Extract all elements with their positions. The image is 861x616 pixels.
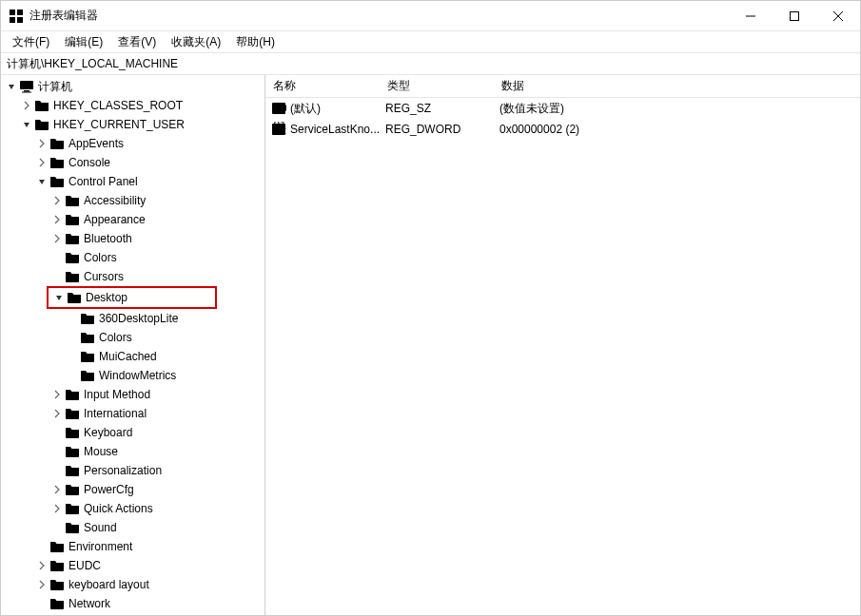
- folder-icon: [80, 330, 95, 345]
- menu-help[interactable]: 帮助(H): [228, 32, 283, 52]
- tree-node-keyboardlayout[interactable]: keyboard layout: [1, 575, 264, 594]
- chevron-down-icon[interactable]: [35, 175, 49, 188]
- close-button[interactable]: [816, 1, 860, 30]
- menu-edit[interactable]: 编辑(E): [57, 32, 110, 52]
- tree-node-hkcr[interactable]: HKEY_CLASSES_ROOT: [1, 96, 264, 115]
- tree-node-accessibility[interactable]: Accessibility: [1, 191, 264, 210]
- list-row[interactable]: (默认) REG_SZ (数值未设置): [265, 98, 860, 119]
- tree-label: Keyboard: [84, 426, 132, 439]
- folder-icon: [49, 155, 65, 170]
- tree-label: EUDC: [68, 559, 101, 572]
- tree-label: MuiCached: [99, 350, 157, 363]
- folder-icon: [65, 444, 80, 459]
- tree-node-hkcu[interactable]: HKEY_CURRENT_USER AppEvents: [1, 115, 264, 615]
- main-split: 计算机 HKEY_CLASSES_ROOT: [1, 75, 860, 615]
- folder-icon: [65, 463, 80, 478]
- chevron-right-icon[interactable]: [50, 388, 64, 401]
- tree-node-computer[interactable]: 计算机 HKEY_CLASSES_ROOT: [1, 77, 264, 615]
- chevron-right-icon[interactable]: [20, 99, 33, 112]
- folder-icon: [65, 212, 80, 227]
- tree-label: PowerCfg: [84, 483, 134, 496]
- tree-node-bluetooth[interactable]: Bluetooth: [1, 229, 264, 248]
- menu-view[interactable]: 查看(V): [110, 32, 164, 52]
- tree-node-international[interactable]: International: [1, 404, 264, 423]
- tree-node-network[interactable]: Network: [1, 594, 264, 613]
- folder-icon: [34, 98, 49, 113]
- tree-node-inputmethod[interactable]: Input Method: [1, 385, 264, 404]
- expander-empty: [35, 540, 49, 553]
- folder-icon: [65, 269, 80, 284]
- list-header: 名称 类型 数据: [265, 75, 860, 98]
- tree-label: Environment: [68, 540, 132, 553]
- tree-node-controlpanel[interactable]: Control Panel Accessibility: [1, 172, 264, 537]
- maximize-button[interactable]: [773, 1, 816, 30]
- expander-empty: [50, 464, 64, 477]
- column-header-name[interactable]: 名称: [265, 75, 380, 97]
- chevron-down-icon[interactable]: [52, 291, 66, 304]
- tree-label: Network: [68, 597, 110, 610]
- tree-node-windowmetrics[interactable]: WindowMetrics: [1, 366, 264, 385]
- chevron-right-icon[interactable]: [50, 232, 64, 245]
- tree-node-mouse[interactable]: Mouse: [1, 442, 264, 461]
- folder-icon: [80, 311, 95, 326]
- folder-icon: [34, 117, 49, 132]
- list-pane[interactable]: 名称 类型 数据 (默认) REG_SZ (数值未设置) ServiceLast…: [265, 75, 860, 615]
- chevron-down-icon[interactable]: [20, 118, 33, 131]
- tree-node-desktop-colors[interactable]: Colors: [1, 328, 264, 347]
- tree-label: Quick Actions: [84, 502, 153, 515]
- menubar: 文件(F) 编辑(E) 查看(V) 收藏夹(A) 帮助(H): [1, 31, 860, 52]
- tree-node-desktop-highlighted[interactable]: Desktop: [47, 286, 217, 309]
- chevron-down-icon[interactable]: [5, 80, 18, 93]
- chevron-right-icon[interactable]: [50, 502, 64, 515]
- tree-node-powercfg[interactable]: PowerCfg: [1, 480, 264, 499]
- chevron-right-icon[interactable]: [50, 213, 64, 226]
- expander-empty: [50, 426, 64, 439]
- tree-node-environment[interactable]: Environment: [1, 537, 264, 556]
- tree-node-colors[interactable]: Colors: [1, 248, 264, 267]
- tree-label: Bluetooth: [84, 232, 132, 245]
- address-input[interactable]: [7, 57, 854, 70]
- minimize-button[interactable]: [729, 1, 773, 30]
- chevron-right-icon[interactable]: [35, 156, 49, 169]
- chevron-right-icon[interactable]: [35, 559, 49, 572]
- menu-favorites[interactable]: 收藏夹(A): [164, 32, 228, 52]
- list-row[interactable]: ServiceLastKno... REG_DWORD 0x00000002 (…: [265, 119, 860, 140]
- tree-node-console[interactable]: Console: [1, 153, 264, 172]
- expander-empty: [50, 251, 64, 264]
- tree-node-360desktoplite[interactable]: 360DesktopLite: [1, 309, 264, 328]
- string-value-icon: [271, 101, 286, 116]
- tree-node-personalization[interactable]: Personalization: [1, 461, 264, 480]
- chevron-right-icon[interactable]: [35, 578, 49, 591]
- tree-node-muicached[interactable]: MuiCached: [1, 347, 264, 366]
- expander-empty: [50, 270, 64, 283]
- tree-pane[interactable]: 计算机 HKEY_CLASSES_ROOT: [1, 75, 265, 615]
- tree-label: Sound: [84, 521, 117, 534]
- tree-node-cursors[interactable]: Cursors: [1, 267, 264, 286]
- chevron-right-icon[interactable]: [50, 194, 64, 207]
- chevron-right-icon[interactable]: [35, 137, 49, 150]
- tree-node-printers[interactable]: Printers: [1, 613, 264, 615]
- chevron-right-icon[interactable]: [50, 407, 64, 420]
- tree-label: Console: [68, 156, 110, 169]
- expander-empty: [66, 369, 79, 382]
- value-data: (数值未设置): [499, 101, 860, 117]
- folder-icon: [49, 136, 65, 151]
- tree-node-appearance[interactable]: Appearance: [1, 210, 264, 229]
- tree-node-eudc[interactable]: EUDC: [1, 556, 264, 575]
- folder-icon: [65, 250, 80, 265]
- chevron-right-icon[interactable]: [50, 483, 64, 496]
- tree-label: Personalization: [84, 464, 162, 477]
- value-name: ServiceLastKno...: [290, 123, 385, 136]
- tree-label: Mouse: [84, 445, 118, 458]
- value-name: (默认): [290, 101, 385, 117]
- column-header-type[interactable]: 类型: [380, 75, 494, 97]
- folder-icon: [65, 231, 80, 246]
- column-header-data[interactable]: 数据: [494, 75, 860, 97]
- expander-empty: [50, 445, 64, 458]
- tree-node-quickactions[interactable]: Quick Actions: [1, 499, 264, 518]
- tree-node-keyboard[interactable]: Keyboard: [1, 423, 264, 442]
- folder-icon: [80, 368, 95, 383]
- menu-file[interactable]: 文件(F): [5, 32, 57, 52]
- tree-node-sound[interactable]: Sound: [1, 518, 264, 537]
- tree-node-appevents[interactable]: AppEvents: [1, 134, 264, 153]
